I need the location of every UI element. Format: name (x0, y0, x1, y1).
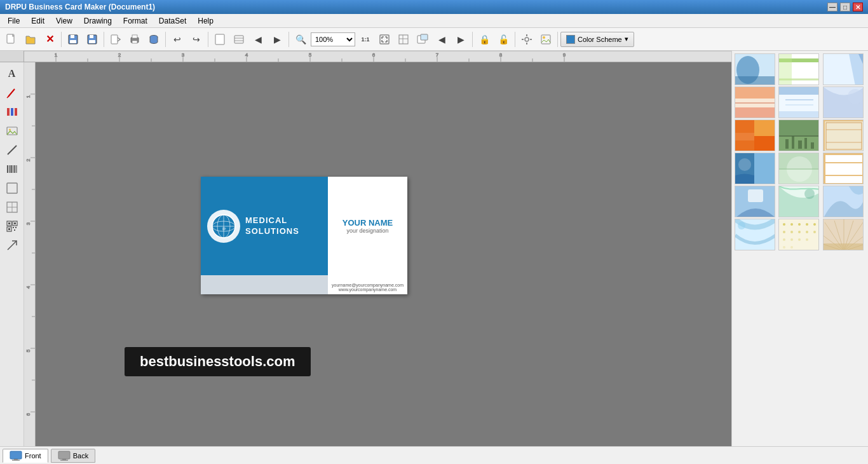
template-17[interactable] (778, 219, 819, 250)
svg-text:2: 2 (118, 52, 121, 58)
table-tool[interactable] (3, 198, 21, 216)
card-left-bottom (201, 275, 328, 294)
open-button[interactable] (22, 31, 39, 48)
qr-tool[interactable] (3, 217, 21, 235)
pen-tool[interactable] (3, 84, 21, 102)
template-9[interactable] (823, 119, 864, 151)
page-button[interactable] (211, 31, 229, 48)
svg-rect-131 (754, 136, 775, 151)
svg-line-37 (8, 146, 17, 154)
shape-tool[interactable] (3, 179, 21, 197)
minimize-button[interactable]: — (827, 3, 837, 11)
image-button[interactable] (537, 31, 555, 48)
redo-button[interactable]: ↪ (187, 31, 205, 48)
svg-rect-134 (779, 120, 819, 136)
svg-rect-136 (785, 139, 789, 149)
svg-point-166 (790, 223, 793, 226)
svg-rect-153 (824, 153, 864, 184)
close-button[interactable]: ✕ (853, 3, 863, 11)
ruler-corner (0, 51, 24, 62)
menu-dataset[interactable]: DataSet (154, 15, 191, 27)
maximize-button[interactable]: □ (840, 3, 850, 11)
menu-edit[interactable]: Edit (26, 15, 50, 27)
arrow-left-button[interactable]: ◀ (249, 31, 267, 48)
tab-back[interactable]: Back (51, 449, 95, 463)
new-button[interactable] (3, 31, 20, 48)
barcode-tool[interactable] (3, 160, 21, 178)
unlock-button[interactable]: 🔓 (494, 31, 512, 48)
settings-button[interactable] (518, 31, 536, 48)
template-16[interactable] (735, 219, 775, 250)
template-11[interactable] (778, 153, 819, 184)
template-18[interactable] (823, 219, 864, 250)
label-button[interactable] (230, 31, 248, 48)
undo-button[interactable]: ↩ (168, 31, 186, 48)
template-6[interactable] (823, 86, 864, 118)
save-as-button[interactable]: * (83, 31, 101, 48)
template-13[interactable] (735, 186, 775, 217)
svg-rect-28 (541, 35, 550, 44)
print-button[interactable] (126, 31, 144, 48)
template-14[interactable] (778, 186, 819, 217)
template-7[interactable] (735, 119, 775, 151)
template-15[interactable] (823, 186, 864, 217)
svg-point-163 (738, 222, 745, 229)
color-scheme-button[interactable]: Color Scheme ▾ (560, 32, 634, 47)
svg-rect-41 (13, 165, 13, 173)
close-doc-button[interactable]: ✕ (41, 31, 58, 48)
svg-point-175 (783, 238, 785, 241)
bottom-tabs: Front Back (0, 446, 868, 464)
zoom-select[interactable]: 100%75%50%150% (311, 32, 355, 46)
svg-rect-54 (13, 227, 14, 228)
monitor-icon (10, 451, 22, 461)
line-tool[interactable] (3, 141, 21, 159)
menu-file[interactable]: File (3, 15, 25, 27)
text-tool[interactable]: A (3, 65, 21, 83)
grid-button[interactable] (395, 31, 412, 48)
template-8[interactable] (778, 119, 819, 151)
template-1[interactable] (735, 53, 775, 85)
menu-format[interactable]: Format (118, 15, 153, 27)
menu-view[interactable]: View (51, 15, 78, 27)
arrow-tool[interactable] (3, 236, 21, 254)
library-tool[interactable] (3, 103, 21, 121)
template-2[interactable] (778, 53, 819, 85)
toolbar-separator-6 (472, 32, 473, 47)
svg-rect-140 (811, 142, 814, 149)
svg-text:3: 3 (25, 222, 31, 225)
back-button[interactable]: ◀ (433, 31, 451, 48)
menu-drawing[interactable]: Drawing (79, 15, 117, 27)
app-title: DRPU Business Card Maker (Document1) (5, 3, 155, 11)
menu-help[interactable]: Help (193, 15, 219, 27)
template-5[interactable] (778, 86, 819, 118)
color-scheme-label: Color Scheme (578, 36, 622, 43)
menu-bar: File Edit View Drawing Format DataSet He… (0, 14, 868, 28)
svg-rect-10 (132, 35, 137, 38)
zoom-1-1-button[interactable]: 1:1 (356, 31, 374, 48)
import-button[interactable] (107, 31, 125, 48)
title-bar: DRPU Business Card Maker (Document1) — □… (0, 0, 868, 14)
svg-rect-13 (215, 34, 224, 44)
template-4[interactable] (735, 86, 775, 118)
lock-button[interactable]: 🔒 (475, 31, 493, 48)
preview-button[interactable] (414, 31, 431, 48)
zoom-out-button[interactable]: 🔍 (292, 31, 309, 48)
svg-point-176 (790, 238, 793, 241)
template-12[interactable] (823, 153, 864, 184)
svg-point-29 (543, 36, 545, 39)
svg-point-23 (525, 38, 529, 41)
database-button[interactable] (145, 31, 163, 48)
save-button[interactable] (64, 31, 82, 48)
tab-front[interactable]: Front (3, 449, 48, 463)
template-10[interactable] (735, 153, 775, 184)
arrow-right-button[interactable]: ▶ (268, 31, 286, 48)
toolbar-separator-5 (288, 32, 289, 47)
svg-rect-3 (70, 40, 76, 43)
svg-text:*: * (93, 41, 95, 45)
image-tool[interactable] (3, 122, 21, 140)
template-3[interactable] (823, 53, 864, 85)
svg-rect-55 (15, 227, 17, 228)
forward-button[interactable]: ▶ (452, 31, 470, 48)
toolbar-separator-2 (104, 32, 104, 47)
fit-page-button[interactable] (376, 31, 393, 48)
